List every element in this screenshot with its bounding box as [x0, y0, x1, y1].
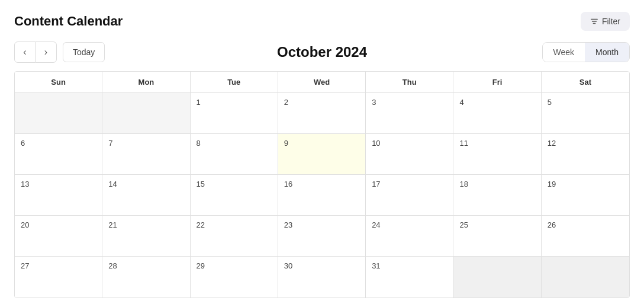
calendar-cell[interactable]: 10: [366, 134, 453, 174]
calendar-week: 20212223242526: [15, 216, 629, 257]
calendar-cell[interactable]: 4: [453, 93, 541, 133]
day-number: 28: [108, 261, 117, 270]
calendar-cell[interactable]: 12: [542, 134, 629, 174]
day-number: 8: [197, 139, 201, 148]
day-number: 31: [372, 261, 380, 270]
calendar-cell[interactable]: 16: [278, 175, 366, 215]
calendar-grid: Sun Mon Tue Wed Thu Fri Sat 123456789101…: [14, 71, 630, 298]
calendar-cell[interactable]: 6: [15, 134, 102, 174]
month-view-button[interactable]: Month: [585, 43, 629, 62]
calendar-cell[interactable]: 15: [191, 175, 278, 215]
calendar-cell[interactable]: 17: [366, 175, 453, 215]
day-number: 25: [459, 220, 468, 229]
calendar-cell[interactable]: 14: [102, 175, 190, 215]
calendar-week: 13141516171819: [15, 175, 629, 216]
day-number: 1: [197, 98, 201, 107]
calendar-cell[interactable]: 2: [278, 93, 366, 133]
day-number: 17: [372, 180, 380, 188]
day-number: 5: [548, 98, 552, 107]
header-tue: Tue: [191, 72, 278, 92]
day-number: 10: [372, 139, 380, 148]
calendar-cell[interactable]: 18: [453, 175, 541, 215]
calendar-cell[interactable]: 19: [542, 175, 629, 215]
day-number: 24: [372, 220, 380, 229]
calendar-cell[interactable]: 5: [542, 93, 629, 133]
day-number: 27: [21, 261, 29, 270]
chevron-right-icon: ›: [44, 47, 47, 57]
day-number: 30: [284, 261, 292, 270]
day-number: 18: [459, 180, 468, 188]
calendar-cell[interactable]: 29: [191, 257, 278, 298]
day-number: 14: [108, 180, 117, 188]
day-number: 19: [548, 180, 556, 188]
header-mon: Mon: [102, 72, 190, 92]
calendar-cell[interactable]: 9: [278, 134, 366, 174]
calendar-body: 1234567891011121314151617181920212223242…: [15, 93, 629, 298]
calendar-cell[interactable]: [15, 93, 102, 133]
view-toggle: Week Month: [542, 42, 630, 62]
nav-group: ‹ ›: [14, 41, 57, 63]
filter-button[interactable]: Filter: [581, 12, 630, 31]
calendar-cell[interactable]: 11: [453, 134, 541, 174]
day-number: 29: [197, 261, 205, 270]
day-number: 13: [21, 180, 29, 188]
day-headers: Sun Mon Tue Wed Thu Fri Sat: [15, 72, 629, 93]
calendar-cell[interactable]: [102, 93, 190, 133]
calendar-cell[interactable]: 27: [15, 257, 102, 298]
page-header: Content Calendar Filter: [14, 12, 630, 31]
calendar-week: 2728293031: [15, 257, 629, 298]
day-number: 21: [108, 220, 117, 229]
page-title: Content Calendar: [14, 14, 123, 29]
calendar-cell[interactable]: 31: [366, 257, 453, 298]
header-thu: Thu: [366, 72, 453, 92]
calendar-cell[interactable]: 8: [191, 134, 278, 174]
day-number: 15: [197, 180, 205, 188]
next-button[interactable]: ›: [36, 41, 57, 63]
header-wed: Wed: [278, 72, 366, 92]
day-number: 22: [197, 220, 205, 229]
day-number: 26: [548, 220, 556, 229]
day-number: 12: [548, 139, 556, 148]
month-title: October 2024: [277, 44, 367, 60]
calendar-cell[interactable]: 24: [366, 216, 453, 256]
day-number: 3: [372, 98, 376, 107]
day-number: 23: [284, 220, 292, 229]
day-number: 20: [21, 220, 29, 229]
calendar-cell[interactable]: 22: [191, 216, 278, 256]
prev-button[interactable]: ‹: [14, 41, 36, 63]
day-number: 2: [284, 98, 288, 107]
calendar-cell[interactable]: 20: [15, 216, 102, 256]
today-button[interactable]: Today: [63, 42, 105, 62]
header-fri: Fri: [453, 72, 541, 92]
calendar-cell[interactable]: [542, 257, 629, 298]
calendar-cell[interactable]: 23: [278, 216, 366, 256]
calendar-cell[interactable]: 21: [102, 216, 190, 256]
day-number: 9: [284, 139, 288, 148]
calendar-cell[interactable]: 7: [102, 134, 190, 174]
calendar-cell[interactable]: [453, 257, 541, 298]
calendar-cell[interactable]: 13: [15, 175, 102, 215]
calendar-cell[interactable]: 26: [542, 216, 629, 256]
chevron-left-icon: ‹: [23, 47, 26, 57]
calendar-cell[interactable]: 30: [278, 257, 366, 298]
day-number: 16: [284, 180, 292, 188]
page: Content Calendar Filter ‹ › Today Octobe…: [0, 0, 644, 307]
header-sat: Sat: [542, 72, 629, 92]
calendar-cell[interactable]: 28: [102, 257, 190, 298]
calendar-toolbar: ‹ › Today October 2024 Week Month: [14, 41, 630, 63]
day-number: 7: [108, 139, 112, 148]
calendar-week: 12345: [15, 93, 629, 134]
calendar-week: 6789101112: [15, 134, 629, 175]
day-number: 11: [459, 139, 468, 148]
calendar-cell[interactable]: 3: [366, 93, 453, 133]
calendar-cell[interactable]: 1: [191, 93, 278, 133]
day-number: 4: [459, 98, 463, 107]
filter-icon: [590, 17, 598, 25]
calendar-cell[interactable]: 25: [453, 216, 541, 256]
day-number: 6: [21, 139, 25, 148]
week-view-button[interactable]: Week: [543, 43, 585, 62]
header-sun: Sun: [15, 72, 102, 92]
